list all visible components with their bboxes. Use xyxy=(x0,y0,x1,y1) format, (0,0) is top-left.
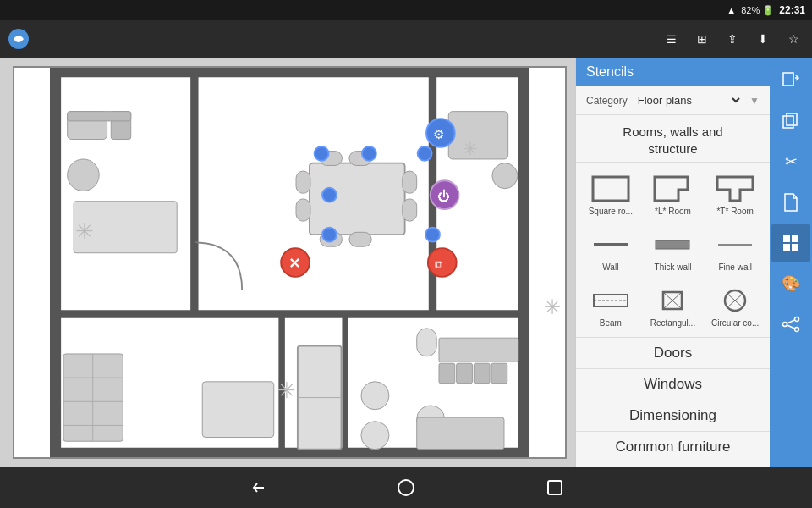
svg-rect-26 xyxy=(403,199,417,221)
svg-rect-63 xyxy=(593,177,628,201)
category-label: Category xyxy=(586,95,628,107)
top-bar: ☰ ⊞ ⇪ ⬇ ☆ xyxy=(0,20,812,58)
svg-text:⚙: ⚙ xyxy=(433,127,444,141)
section-title: Rooms, walls andstructure xyxy=(576,115,770,163)
svg-rect-79 xyxy=(783,235,790,242)
svg-point-52 xyxy=(418,146,432,161)
stencil-t-room[interactable]: *T* Room xyxy=(705,168,765,220)
svg-rect-77 xyxy=(783,116,793,128)
svg-rect-31 xyxy=(457,363,473,383)
rect-col-shape xyxy=(650,285,695,316)
svg-point-50 xyxy=(315,146,329,161)
stencil-fine-wall-label: Fine wall xyxy=(718,262,751,272)
stencil-beam[interactable]: Beam xyxy=(581,279,640,332)
svg-rect-43 xyxy=(361,422,389,450)
svg-rect-75 xyxy=(783,73,793,86)
svg-text:✕: ✕ xyxy=(288,256,300,272)
apps-grid-button[interactable] xyxy=(771,224,810,262)
status-bar: ▲ 82% 🔋 22:31 xyxy=(0,0,812,20)
svg-rect-78 xyxy=(787,113,797,125)
svg-rect-45 xyxy=(417,417,504,450)
stencils-panel: Stencils Category Floor plans ▼ Rooms, w… xyxy=(575,58,770,467)
export-button[interactable] xyxy=(771,61,810,100)
share-nodes-button[interactable] xyxy=(771,305,810,344)
l-room-shape xyxy=(650,174,695,204)
wall-shape xyxy=(588,229,634,260)
t-room-shape xyxy=(712,174,758,204)
status-time: 22:31 xyxy=(779,4,805,16)
category-row: Category Floor plans ▼ xyxy=(576,86,770,115)
stencil-square-room[interactable]: Square ro... xyxy=(581,168,640,220)
home-button[interactable] xyxy=(391,472,421,503)
svg-rect-11 xyxy=(68,159,100,191)
furniture-section[interactable]: Common furniture xyxy=(576,431,770,462)
palette-button[interactable]: 🎨 xyxy=(771,264,810,303)
stencil-rect-col[interactable]: Rectangul... xyxy=(644,279,703,332)
category-select[interactable]: Floor plans xyxy=(634,93,743,108)
floor-plan[interactable]: ✳ ✳ ✳ ✳ ✳ xyxy=(13,66,567,459)
svg-rect-82 xyxy=(792,244,798,251)
svg-rect-29 xyxy=(439,338,518,362)
file-new-button[interactable] xyxy=(771,183,810,222)
svg-rect-22 xyxy=(349,232,371,246)
svg-rect-30 xyxy=(439,363,455,383)
menu-icon-1[interactable]: ☰ xyxy=(660,27,683,51)
stencil-thick-wall-label: Thick wall xyxy=(655,262,692,272)
dimensioning-section[interactable]: Dimensioning xyxy=(576,400,770,431)
stencil-fine-wall[interactable]: Fine wall xyxy=(705,224,765,276)
svg-rect-65 xyxy=(656,240,689,249)
svg-rect-46 xyxy=(417,329,436,356)
stencil-wall[interactable]: Wall xyxy=(581,224,640,276)
svg-rect-10 xyxy=(68,112,131,121)
app-logo[interactable] xyxy=(7,27,30,51)
svg-text:✳: ✳ xyxy=(277,378,296,403)
svg-rect-81 xyxy=(783,244,790,251)
stencil-rect-col-label: Rectangul... xyxy=(650,318,695,328)
svg-text:✳: ✳ xyxy=(544,295,561,318)
stencil-wall-label: Wall xyxy=(602,262,618,272)
stencil-thick-wall[interactable]: Thick wall xyxy=(644,224,703,276)
stencil-l-room[interactable]: *L* Room xyxy=(644,168,703,220)
battery-icon: 82% 🔋 xyxy=(741,5,774,16)
recents-button[interactable] xyxy=(540,472,570,503)
svg-rect-28 xyxy=(492,163,518,189)
canvas-area[interactable]: ✳ ✳ ✳ ✳ ✳ xyxy=(0,58,575,467)
svg-point-55 xyxy=(322,228,337,242)
main-layout: ✳ ✳ ✳ ✳ ✳ xyxy=(0,58,812,467)
bottom-bar xyxy=(0,467,812,508)
svg-point-54 xyxy=(425,228,440,242)
share-icon[interactable]: ⇪ xyxy=(721,27,744,51)
thick-wall-shape xyxy=(650,229,695,260)
svg-text:✳: ✳ xyxy=(75,218,94,244)
svg-text:⧉: ⧉ xyxy=(435,258,442,271)
grid-icon[interactable]: ⊞ xyxy=(690,27,714,51)
dropdown-arrow: ▼ xyxy=(749,95,760,107)
back-button[interactable] xyxy=(242,472,272,503)
svg-text:⏻: ⏻ xyxy=(437,189,450,203)
copy-stencil-button[interactable] xyxy=(771,102,810,141)
square-room-shape xyxy=(588,174,634,204)
download-icon[interactable]: ⬇ xyxy=(751,27,775,51)
stencil-l-room-label: *L* Room xyxy=(655,207,691,216)
svg-point-88 xyxy=(398,480,414,495)
svg-point-84 xyxy=(795,318,799,322)
svg-rect-41 xyxy=(202,382,273,438)
stencil-circ-col[interactable]: Circular co... xyxy=(705,279,765,332)
beam-shape xyxy=(588,285,634,316)
circ-col-shape xyxy=(712,285,758,316)
fine-wall-shape xyxy=(712,229,758,260)
stencil-beam-label: Beam xyxy=(600,318,622,328)
svg-rect-27 xyxy=(448,112,508,159)
scissors-button[interactable]: ✂ xyxy=(771,142,810,181)
stencil-circ-col-label: Circular co... xyxy=(711,318,759,328)
stencils-title: Stencils xyxy=(576,58,770,86)
doors-section[interactable]: Doors xyxy=(576,337,770,368)
bookmark-icon[interactable]: ☆ xyxy=(782,27,805,51)
sidebar-toolbar: ✂ 🎨 xyxy=(770,58,812,467)
svg-rect-33 xyxy=(491,363,508,383)
svg-point-51 xyxy=(362,146,376,161)
svg-text:✳: ✳ xyxy=(463,139,478,158)
svg-point-85 xyxy=(795,328,799,332)
windows-section[interactable]: Windows xyxy=(576,368,770,400)
svg-rect-24 xyxy=(296,199,310,221)
